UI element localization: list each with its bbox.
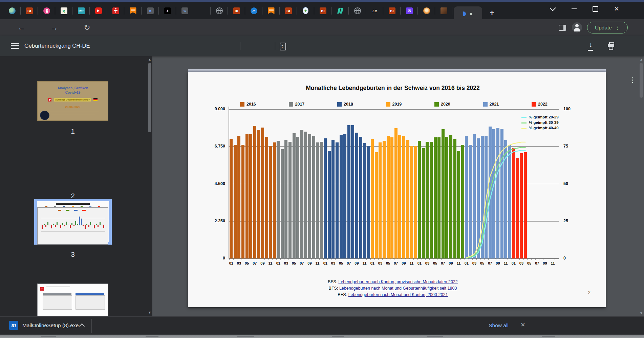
browser-tab[interactable]: +	[297, 4, 314, 18]
sidebar-scrollbar-thumb[interactable]	[148, 63, 151, 132]
menu-icon[interactable]	[11, 43, 19, 49]
browser-tab[interactable]	[3, 4, 21, 18]
close-shelf-icon[interactable]: ×	[521, 320, 525, 329]
x-tick-label: 03	[471, 261, 478, 265]
maximize-button[interactable]	[586, 2, 604, 16]
x-tick-label: 11	[455, 261, 462, 265]
viewer-scroll-down-icon[interactable]: ▼	[639, 311, 643, 315]
browser-tab[interactable]	[418, 4, 435, 18]
new-tab-button[interactable]: +	[486, 8, 498, 18]
chart-bar	[469, 145, 472, 258]
thumbnail-page-3[interactable]	[37, 207, 108, 245]
browser-tab[interactable]	[331, 4, 349, 18]
browser-tab[interactable]: BI	[314, 4, 331, 18]
browser-tab[interactable]: BI	[383, 4, 401, 18]
browser-tab[interactable]: STAT	[72, 4, 90, 18]
browser-tab[interactable]: LR	[366, 4, 383, 18]
bars-icon	[337, 7, 344, 14]
y-left-tick-label: 6.750	[206, 144, 225, 149]
viewer-scroll-up-icon[interactable]: ▲	[639, 58, 643, 61]
close-window-button[interactable]: ×	[608, 2, 625, 16]
browser-tab[interactable]	[211, 4, 228, 18]
thumbnail-page-4[interactable]	[37, 284, 108, 316]
legend-label: 2021	[490, 102, 499, 107]
chart-bar	[457, 151, 460, 259]
browser-tab[interactable]: BI	[228, 4, 245, 18]
viewer-scrollbar-thumb[interactable]	[640, 63, 643, 98]
y-left-tick-label: 0	[206, 256, 225, 261]
chart-bar	[359, 137, 362, 258]
sidebar-scroll-up-icon[interactable]: ▲	[148, 58, 152, 61]
medical-icon: +	[303, 7, 308, 14]
chart-bar	[379, 142, 382, 258]
thumbnail-label-3: 3	[37, 250, 108, 258]
browser-tab[interactable]: BI	[21, 4, 38, 18]
legend-label: 2017	[295, 102, 305, 107]
chart-bar	[445, 137, 448, 258]
y-left-tick-label: 2.250	[206, 219, 225, 223]
fit-page-icon[interactable]: ▲▼	[280, 43, 286, 50]
source-line: BFS: Lebendgeburten nach Monat und Gebur…	[240, 285, 545, 292]
chart-bar	[508, 145, 511, 258]
line-legend-label: % geimpft 20-29	[529, 115, 559, 119]
chart-bar	[496, 128, 499, 258]
chart-bar	[430, 142, 433, 258]
gridline	[229, 109, 559, 110]
forward-icon[interactable]: →	[47, 19, 61, 36]
thumbnail-page-1[interactable]: Analysen, Grafiken Covid–19 Auffällige G…	[37, 81, 108, 121]
close-tab-icon[interactable]: ×	[469, 11, 473, 17]
legend-label: 2016	[246, 102, 256, 107]
sidebar-scroll-down-icon[interactable]: ▼	[148, 311, 152, 314]
minimize-button[interactable]	[565, 2, 583, 16]
x-tick-label: 01	[369, 261, 376, 265]
chart-bar	[363, 143, 366, 258]
browser-tab[interactable]	[38, 4, 55, 18]
browser-tab[interactable]: »	[142, 4, 159, 18]
browser-tab[interactable]	[193, 4, 211, 18]
browser-tab[interactable]: g	[55, 4, 72, 18]
browser-tab[interactable]: JN	[245, 4, 262, 18]
source-link-2[interactable]: Lebendgeburten nach Monat und Geburtenhä…	[339, 286, 457, 291]
bookmark-icon	[268, 7, 275, 14]
toolbar-divider	[240, 42, 240, 50]
mailonline-file-icon: m	[9, 321, 18, 330]
browser-tab[interactable]: ♪	[159, 4, 176, 18]
show-all-button[interactable]: Show all	[482, 322, 515, 329]
chevron-up-icon[interactable]	[79, 323, 85, 329]
chart-bar	[394, 128, 398, 258]
tabs-row: BIgSTAT»♪»BIJNBI+BILRBI✉	[3, 2, 452, 19]
browser-tab[interactable]	[124, 4, 142, 18]
browser-tab[interactable]	[262, 4, 280, 18]
source-link-3[interactable]: Lebendgeburten nach Monat und Kanton, 20…	[348, 292, 448, 297]
browser-tab[interactable]: BI	[280, 4, 297, 18]
update-button[interactable]: Update ⋮	[587, 22, 628, 33]
browser-tab[interactable]: ✉	[401, 4, 418, 18]
reload-icon[interactable]: ↻	[80, 19, 94, 36]
browser-tab[interactable]	[107, 4, 124, 18]
bi-icon: BI	[233, 7, 240, 14]
bi-icon: BI	[26, 7, 33, 14]
x-tick-label: 09	[541, 261, 548, 265]
chart-bar	[284, 140, 287, 258]
browser-tab[interactable]	[435, 4, 452, 18]
back-icon[interactable]: ←	[15, 19, 28, 36]
chart-bar	[328, 151, 331, 259]
y-left-tick-label: 4.500	[206, 181, 225, 186]
profile-avatar[interactable]	[572, 22, 582, 32]
side-panel-icon[interactable]	[559, 25, 566, 31]
source-link-1[interactable]: Lebendgeburten nach Kanton, provisorisch…	[338, 279, 457, 284]
thumbnail-label-2: 2	[37, 192, 108, 200]
kebab-menu-icon[interactable]: ⋮	[615, 25, 620, 31]
x-tick-label: 05	[432, 261, 438, 265]
download-filename[interactable]: MailOnlineSetup (8).exe	[22, 322, 79, 329]
more-options-icon[interactable]: ⋮	[629, 76, 636, 84]
legend-swatch	[240, 102, 244, 107]
x-tick-label: 05	[385, 261, 391, 265]
page-edge-shadow	[188, 69, 606, 72]
browser-tab[interactable]: »	[176, 4, 193, 18]
chevron-down-icon[interactable]	[544, 2, 561, 16]
x-tick-label: 07	[487, 261, 493, 265]
thumb1-date: 23.06.2022	[38, 105, 108, 109]
browser-tab[interactable]	[90, 4, 107, 18]
browser-tab[interactable]	[349, 4, 366, 18]
